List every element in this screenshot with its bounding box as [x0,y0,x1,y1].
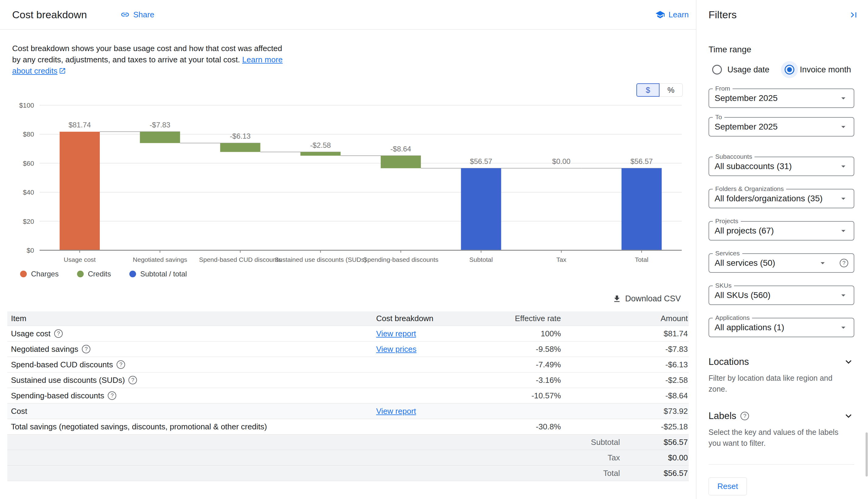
download-csv-label: Download CSV [625,294,681,303]
svg-text:Subtotal: Subtotal [469,256,493,263]
row-amount: -$7.83 [561,344,689,354]
help-icon[interactable]: ? [117,360,125,369]
help-icon[interactable]: ? [129,376,137,385]
svg-text:$40: $40 [23,188,34,196]
subtotal-row: Subtotal $56.57 [7,435,689,450]
percent-toggle-button[interactable]: % [659,83,683,97]
learn-button[interactable]: Learn [655,10,689,20]
dropdown-arrow-icon [839,290,848,300]
svg-text:Spending-based discounts: Spending-based discounts [363,256,439,263]
chevron-down-icon[interactable] [843,356,854,368]
subtotal-color-dot [129,271,136,277]
row-amount: -$8.64 [561,391,689,401]
row-amount: -$2.58 [561,376,689,385]
projects-select[interactable]: Projects All projects (67) [709,221,854,241]
main-header: Cost breakdown Share Learn [0,0,696,29]
collapse-panel-button[interactable] [848,10,859,20]
usage-date-radio[interactable]: Usage date [709,61,769,78]
tax-row: Tax $0.00 [7,450,689,465]
table-row: Sustained use discounts (SUDs)? -3.16% -… [7,373,689,388]
svg-text:$20: $20 [23,218,34,225]
legend-item-subtotal: Subtotal / total [129,270,187,278]
svg-text:$81.74: $81.74 [69,121,91,129]
dropdown-arrow-icon [818,258,828,268]
invoice-month-radio[interactable]: Invoice month [781,61,851,78]
locations-section-header[interactable]: Locations [709,356,854,368]
row-rate: -10.57% [492,391,561,401]
time-range-heading: Time range [709,45,854,54]
legend-item-credits: Credits [77,270,111,278]
table-row: Spend-based CUD discounts? -7.49% -$6.13 [7,357,689,373]
summary-label: Subtotal [7,438,620,447]
help-icon[interactable]: ? [108,391,116,400]
share-button[interactable]: Share [120,10,154,20]
summary-amount: $0.00 [620,453,689,463]
svg-text:-$8.64: -$8.64 [391,145,411,153]
time-range-options: Usage date Invoice month [709,61,854,78]
locations-description: Filter by location data like region and … [709,373,842,394]
table-row: Usage cost? View report 100% $81.74 [7,326,689,341]
applications-select[interactable]: Applications All applications (1) [709,318,854,337]
page-title: Cost breakdown [12,9,87,21]
row-item-label: Negotiated savings [11,344,78,354]
from-month-select[interactable]: From September 2025 [709,88,854,108]
labels-heading: Labels [709,411,736,422]
chart-legend: Charges Credits Subtotal / total [20,270,696,278]
view-prices-link[interactable]: View prices [376,344,416,354]
row-item-label: Spend-based CUD discounts [11,360,113,369]
help-icon[interactable]: ? [740,412,749,420]
row-rate: -3.16% [492,376,561,385]
row-item-label: Cost [11,406,27,416]
svg-text:$56.57: $56.57 [630,157,653,166]
external-link-icon [59,67,66,74]
locations-heading: Locations [709,356,749,367]
view-report-link[interactable]: View report [376,329,416,338]
legend-label: Subtotal / total [140,270,187,278]
svg-text:Tax: Tax [556,256,567,263]
svg-text:Total: Total [635,256,648,263]
divider [709,464,854,465]
table-row: Spending-based discounts? -10.57% -$8.64 [7,388,689,403]
radio-selected-icon [785,65,794,74]
dropdown-arrow-icon [839,161,848,171]
table-header-row: Item Cost breakdown Effective rate Amoun… [7,312,689,326]
legend-label: Credits [88,270,111,278]
help-icon[interactable]: ? [840,259,848,267]
table-row: Cost View report $73.92 [7,403,689,419]
svg-text:Usage cost: Usage cost [63,256,96,263]
help-icon[interactable]: ? [54,329,63,338]
summary-amount: $56.57 [620,468,689,478]
waterfall-chart: $0$20$40$60$80$100$81.74Usage cost-$7.83… [9,102,696,269]
help-icon[interactable]: ? [82,345,91,353]
waterfall-chart-svg: $0$20$40$60$80$100$81.74Usage cost-$7.83… [9,102,688,268]
download-csv-button[interactable]: Download CSV [613,294,681,303]
row-amount: -$6.13 [561,360,689,369]
chevron-down-icon[interactable] [843,410,854,422]
svg-text:-$2.58: -$2.58 [310,141,331,149]
view-report-link[interactable]: View report [376,406,416,416]
skus-select[interactable]: SKUs All SKUs (560) [709,285,854,305]
share-label: Share [133,10,154,20]
row-item-label: Total savings (negotiated savings, disco… [11,422,267,431]
legend-label: Charges [31,270,59,278]
svg-text:Spend-based CUD discounts: Spend-based CUD discounts [199,256,282,263]
svg-text:Negotiated savings: Negotiated savings [133,256,187,263]
scrollbar-thumb[interactable] [866,433,868,476]
summary-amount: $56.57 [620,438,689,447]
page-description: Cost breakdown shows your base usage cos… [12,43,289,77]
col-header-cost-breakdown: Cost breakdown [376,314,492,323]
dollar-toggle-button[interactable]: $ [637,83,659,97]
folders-organizations-select[interactable]: Folders & Organizations All folders/orga… [709,189,854,208]
dropdown-arrow-icon [839,194,848,204]
dropdown-arrow-icon [839,226,848,236]
row-item-label: Usage cost [11,329,50,339]
subaccounts-select[interactable]: Subaccounts All subaccounts (31) [709,157,854,176]
col-header-effective-rate: Effective rate [492,314,561,323]
svg-text:-$7.83: -$7.83 [150,121,170,129]
services-select[interactable]: Services All services (50) ? [709,253,854,273]
labels-section-header[interactable]: Labels? [709,410,854,422]
to-month-select[interactable]: To September 2025 [709,117,854,136]
reset-button[interactable]: Reset [709,477,747,495]
description-text: Cost breakdown shows your base usage cos… [12,44,282,64]
total-row: Total $56.57 [7,465,689,481]
